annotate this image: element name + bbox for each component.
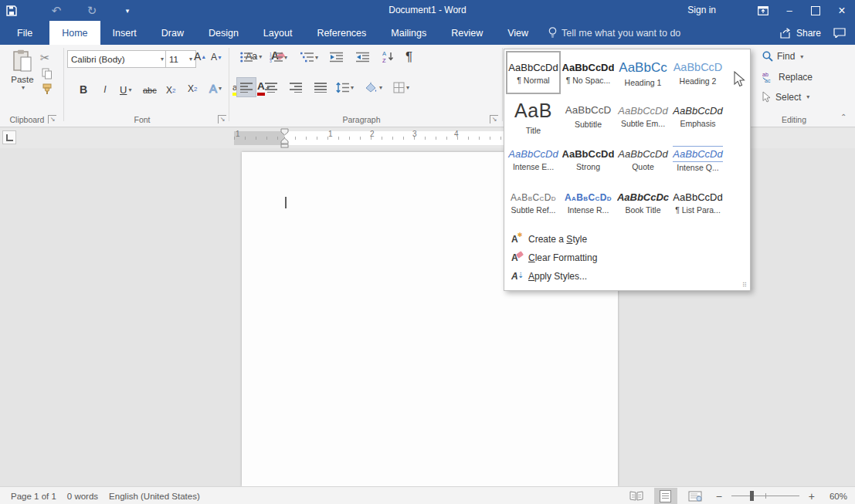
tab-home[interactable]: Home: [49, 21, 100, 45]
tab-mailings[interactable]: Mailings: [378, 21, 439, 45]
clipboard-dialog-launcher-icon[interactable]: ↘: [48, 115, 56, 123]
paragraph-dialog-launcher-icon[interactable]: ↘: [490, 115, 498, 123]
close-button[interactable]: ×: [829, 0, 855, 21]
share-button[interactable]: Share: [779, 28, 821, 39]
web-layout-icon: [688, 491, 702, 502]
bold-button[interactable]: B: [76, 80, 91, 99]
justify-icon: [314, 83, 327, 93]
subscript-button[interactable]: X2: [165, 81, 176, 100]
minimize-button[interactable]: –: [776, 0, 802, 21]
language-indicator[interactable]: English (United States): [109, 492, 200, 501]
align-center-icon: [265, 83, 277, 93]
svg-text:Z: Z: [382, 57, 386, 63]
clipboard-group: Paste ▾ ✂ Clipboard ↘: [0, 45, 63, 126]
window-title: Document1 - Word: [0, 0, 855, 21]
find-button[interactable]: Find▾: [762, 50, 804, 63]
tab-layout[interactable]: Layout: [251, 21, 305, 45]
create-style-menu-item[interactable]: A✱ Create a Style: [504, 230, 750, 249]
style-intense-quote[interactable]: AaBbCcDdIntense Q...: [670, 137, 725, 181]
replace-button[interactable]: abac Replace: [762, 70, 813, 83]
page-indicator[interactable]: Page 1 of 1: [11, 492, 56, 501]
style-intense-emphasis[interactable]: AaBbCcDdIntense E...: [506, 137, 561, 181]
maximize-button[interactable]: [802, 0, 829, 21]
grow-font-button[interactable]: A▲: [193, 49, 207, 63]
style-title[interactable]: AaBTitle: [506, 94, 561, 137]
tell-me-box[interactable]: Tell me what you want to do: [548, 21, 680, 45]
superscript-button[interactable]: X2: [187, 79, 198, 98]
style-emphasis[interactable]: AaBbCcDdEmphasis: [670, 94, 725, 137]
shrink-font-button[interactable]: A▼: [210, 51, 223, 63]
tab-draw[interactable]: Draw: [149, 21, 196, 45]
tab-file[interactable]: File: [0, 21, 49, 45]
tab-design[interactable]: Design: [196, 21, 251, 45]
style-strong[interactable]: AaBbCcDdStrong: [561, 137, 616, 181]
cut-icon[interactable]: ✂: [40, 51, 50, 65]
paragraph-group-label: Paragraph: [230, 115, 493, 124]
tab-review[interactable]: Review: [439, 21, 495, 45]
clear-formatting-menu-item[interactable]: A Clear Formatting: [504, 249, 750, 267]
zoom-in-button[interactable]: +: [806, 490, 818, 502]
zoom-out-button[interactable]: −: [713, 490, 725, 502]
read-mode-button[interactable]: [625, 488, 648, 504]
decrease-indent-button[interactable]: [329, 51, 344, 63]
style-list-paragraph[interactable]: AaBbCcDd¶ List Para...: [670, 181, 725, 224]
print-layout-button[interactable]: [654, 488, 677, 504]
apply-styles-menu-item[interactable]: A⇣ Apply Styles...: [504, 267, 750, 286]
font-name-combo[interactable]: Calibri (Body)▾: [67, 50, 168, 68]
tab-stop-selector[interactable]: [2, 130, 16, 144]
increase-indent-button[interactable]: [355, 51, 370, 63]
paste-dropdown-arrow[interactable]: ▾: [8, 84, 39, 91]
style-subtle-emphasis[interactable]: AaBbCcDdSubtle Em...: [616, 94, 670, 137]
sort-button[interactable]: AZ: [382, 49, 395, 63]
style-normal[interactable]: AaBbCcDd¶ Normal: [506, 51, 561, 94]
shading-button[interactable]: ▾: [363, 77, 383, 97]
comment-icon[interactable]: [833, 28, 846, 38]
style-heading-1[interactable]: AaBbCcHeading 1: [616, 51, 670, 94]
zoom-slider-thumb[interactable]: [750, 491, 754, 501]
select-button[interactable]: Select▾: [762, 90, 810, 103]
multilevel-list-button[interactable]: ▾: [300, 51, 319, 63]
web-layout-button[interactable]: [684, 488, 707, 504]
line-spacing-button[interactable]: ▾: [335, 77, 355, 97]
style-intense-reference[interactable]: AaBbCcDdIntense R...: [561, 181, 616, 224]
format-painter-icon[interactable]: [42, 83, 53, 97]
zoom-level[interactable]: 60%: [824, 492, 847, 501]
panel-resize-grip[interactable]: ⠿: [742, 282, 748, 289]
text-effects-button[interactable]: A▾: [209, 79, 222, 97]
style-quote[interactable]: AaBbCcDdQuote: [616, 137, 670, 181]
strikethrough-button[interactable]: abc: [142, 82, 158, 99]
paste-clipboard-icon: [12, 49, 32, 73]
paste-button[interactable]: Paste ▾: [6, 49, 39, 91]
tab-view[interactable]: View: [495, 21, 541, 45]
numbering-button[interactable]: 123▾: [269, 51, 288, 63]
underline-button[interactable]: U▾: [119, 80, 132, 99]
show-paragraph-marks-button[interactable]: ¶: [405, 49, 413, 66]
italic-button[interactable]: I: [99, 80, 111, 99]
style-no-spacing[interactable]: AaBbCcDd¶ No Spac...: [561, 51, 616, 94]
font-dialog-launcher-icon[interactable]: ↘: [218, 115, 226, 123]
font-size-combo[interactable]: 11▾: [165, 50, 196, 68]
style-book-title[interactable]: AaBbCcDcBook Title: [616, 181, 670, 224]
word-count[interactable]: 0 words: [67, 492, 98, 501]
align-right-button[interactable]: [286, 77, 306, 97]
borders-button[interactable]: ▾: [392, 77, 410, 97]
align-left-button[interactable]: [236, 77, 256, 97]
style-subtle-reference[interactable]: AaBbCcDdSubtle Ref...: [506, 181, 561, 224]
style-heading-2[interactable]: AaBbCcDHeading 2: [670, 51, 725, 94]
styles-gallery: AaBbCcDd¶ Normal AaBbCcDd¶ No Spac... Aa…: [506, 51, 725, 224]
collapse-ribbon-icon[interactable]: ⌃: [840, 113, 847, 121]
ribbon-display-options-icon[interactable]: [750, 0, 776, 21]
zoom-slider[interactable]: [731, 496, 799, 496]
style-subtitle[interactable]: AaBbCcDSubtitle: [561, 94, 616, 137]
apply-styles-icon: A⇣: [511, 271, 528, 282]
copy-icon[interactable]: [42, 68, 53, 82]
tab-stop-icon: [6, 134, 13, 141]
sign-in-link[interactable]: Sign in: [687, 0, 716, 21]
tab-references[interactable]: References: [304, 21, 378, 45]
justify-button[interactable]: [310, 77, 331, 97]
bullets-button[interactable]: ▾: [239, 51, 258, 63]
clipboard-group-label: Clipboard: [0, 115, 54, 124]
indent-markers[interactable]: [280, 128, 290, 148]
tab-insert[interactable]: Insert: [100, 21, 149, 45]
align-center-button[interactable]: [261, 77, 281, 97]
